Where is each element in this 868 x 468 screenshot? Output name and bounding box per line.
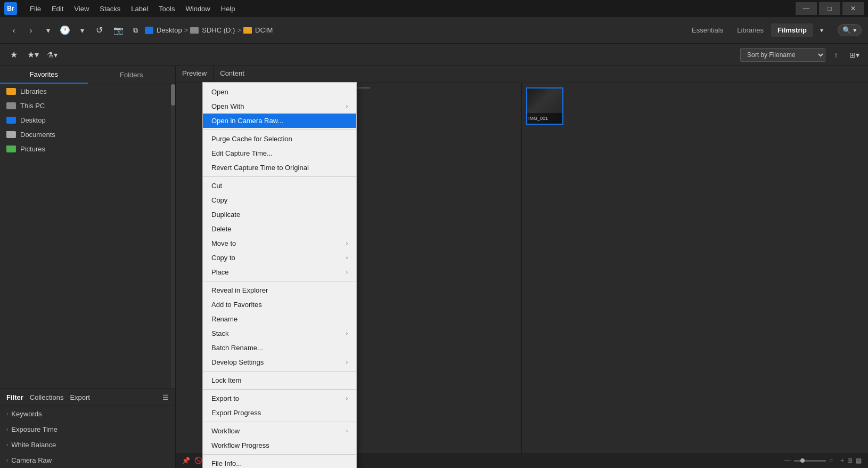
tab-filmstrip[interactable]: Filmstrip bbox=[771, 23, 813, 37]
breadcrumb-sdhc[interactable]: SDHC (D:) bbox=[202, 26, 235, 34]
sidebar-label-libraries: Libraries bbox=[20, 87, 47, 95]
ctx-workflow[interactable]: Workflow › bbox=[203, 424, 356, 438]
ctx-move-to[interactable]: Move to › bbox=[203, 236, 356, 251]
breadcrumb-desktop[interactable]: Desktop bbox=[157, 26, 182, 34]
menu-tools[interactable]: Tools bbox=[154, 3, 179, 15]
ctx-add-favorites[interactable]: Add to Favorites bbox=[203, 297, 356, 312]
camera-button[interactable]: 📷 bbox=[111, 23, 126, 38]
menu-edit[interactable]: Edit bbox=[47, 3, 68, 15]
sidebar-item-pictures[interactable]: Pictures bbox=[0, 142, 171, 156]
ctx-purge-cache[interactable]: Purge Cache for Selection bbox=[203, 132, 356, 146]
filter-item-exposure[interactable]: › Exposure Time bbox=[0, 422, 175, 437]
minimize-button[interactable]: — bbox=[796, 2, 817, 15]
ctx-add-favorites-label: Add to Favorites bbox=[211, 301, 262, 309]
titlebar-menu: File Edit View Stacks Label Tools Window… bbox=[26, 3, 240, 15]
ctx-file-info-label: File Info... bbox=[211, 459, 242, 467]
ctx-sep-2 bbox=[203, 176, 356, 177]
this-pc-icon bbox=[6, 102, 16, 109]
filter-tab-collections[interactable]: Collections bbox=[30, 393, 64, 401]
sidebar-scrollbar[interactable] bbox=[171, 84, 175, 389]
filter-menu-icon[interactable]: ☰ bbox=[162, 393, 169, 401]
ctx-reveal-explorer[interactable]: Reveal in Explorer bbox=[203, 283, 356, 297]
titlebar: Br File Edit View Stacks Label Tools Win… bbox=[0, 0, 868, 17]
view-options-button[interactable]: ⊞▾ bbox=[847, 47, 862, 62]
maximize-button[interactable]: □ bbox=[819, 2, 840, 15]
filter-item-keywords[interactable]: › Keywords bbox=[0, 406, 175, 422]
forward-button[interactable]: › bbox=[23, 23, 38, 38]
ctx-open-label: Open bbox=[211, 88, 228, 96]
back-button[interactable]: ‹ bbox=[6, 23, 21, 38]
menu-file[interactable]: File bbox=[26, 3, 45, 15]
sidebar-tab-folders[interactable]: Folders bbox=[88, 66, 176, 84]
filter-tab-filter[interactable]: Filter bbox=[6, 393, 23, 401]
ctx-open-with[interactable]: Open With › bbox=[203, 99, 356, 114]
ctx-export-progress[interactable]: Export Progress bbox=[203, 406, 356, 420]
filter-item-camera-raw[interactable]: › Camera Raw bbox=[0, 453, 175, 468]
ctx-place[interactable]: Place › bbox=[203, 265, 356, 279]
ctx-sep-6 bbox=[203, 422, 356, 422]
ctx-copy[interactable]: Copy bbox=[203, 193, 356, 207]
back-arrow-button[interactable]: ↺ bbox=[92, 23, 107, 38]
breadcrumb-sep-1: > bbox=[184, 26, 189, 34]
search-dropdown[interactable]: ▾ bbox=[853, 26, 857, 34]
sidebar-item-desktop[interactable]: Desktop bbox=[0, 113, 171, 127]
desktop-icon bbox=[6, 117, 16, 124]
sidebar-item-documents[interactable]: Documents bbox=[0, 127, 171, 142]
context-menu: Open Open With › Open in Camera Raw... P… bbox=[202, 82, 357, 468]
ctx-workflow-progress[interactable]: Workflow Progress bbox=[203, 438, 356, 453]
close-button[interactable]: ✕ bbox=[842, 2, 864, 15]
breadcrumb: 📷 ⧉ Desktop > SDHC (D:) > DCIM bbox=[111, 23, 273, 38]
ctx-reveal-explorer-label: Reveal in Explorer bbox=[211, 286, 268, 294]
menu-view[interactable]: View bbox=[70, 3, 93, 15]
ctx-rename[interactable]: Rename bbox=[203, 312, 356, 326]
ctx-copy-to[interactable]: Copy to › bbox=[203, 251, 356, 265]
ctx-develop-settings[interactable]: Develop Settings › bbox=[203, 355, 356, 369]
ctx-export-progress-label: Export Progress bbox=[211, 409, 261, 417]
sidebar-tab-favorites[interactable]: Favorites bbox=[0, 66, 88, 84]
tab-essentials[interactable]: Essentials bbox=[685, 23, 730, 37]
breadcrumb-dcim[interactable]: DCIM bbox=[255, 26, 273, 34]
filter-star2-btn[interactable]: ★▾ bbox=[26, 47, 40, 62]
ctx-duplicate-label: Duplicate bbox=[211, 211, 240, 219]
menu-stacks[interactable]: Stacks bbox=[95, 3, 125, 15]
ctx-open-with-arrow: › bbox=[346, 103, 348, 109]
ctx-open-camera-raw[interactable]: Open in Camera Raw... bbox=[203, 114, 356, 128]
sort-direction-button[interactable]: ↑ bbox=[829, 47, 844, 62]
sort-select[interactable]: Sort by Filename Sort by Date Created So… bbox=[740, 48, 825, 62]
menu-window[interactable]: Window bbox=[182, 3, 215, 15]
filter-funnel-btn[interactable]: ⚗▾ bbox=[45, 47, 60, 62]
menu-help[interactable]: Help bbox=[217, 3, 240, 15]
ctx-purge-cache-label: Purge Cache for Selection bbox=[211, 135, 292, 143]
main-layout: Favorites Folders Libraries This PC Desk… bbox=[0, 66, 868, 468]
exposure-chevron: › bbox=[6, 426, 8, 432]
menu-label[interactable]: Label bbox=[127, 3, 152, 15]
ctx-stack[interactable]: Stack › bbox=[203, 326, 356, 341]
nav-dropdown-button[interactable]: ▾ bbox=[40, 23, 55, 38]
workspace-dropdown-button[interactable]: ▾ bbox=[814, 23, 829, 38]
filter-star-btn[interactable]: ★ bbox=[6, 47, 21, 62]
ctx-export-to[interactable]: Export to › bbox=[203, 391, 356, 406]
sidebar-label-pictures: Pictures bbox=[20, 145, 45, 153]
ctx-cut[interactable]: Cut bbox=[203, 179, 356, 193]
ctx-batch-rename[interactable]: Batch Rename... bbox=[203, 341, 356, 355]
history-dropdown-button[interactable]: ▾ bbox=[75, 23, 89, 38]
copy-location-button[interactable]: ⧉ bbox=[128, 23, 143, 38]
filter-tab-export[interactable]: Export bbox=[70, 393, 90, 401]
ctx-duplicate[interactable]: Duplicate bbox=[203, 207, 356, 222]
ctx-file-info[interactable]: File Info... bbox=[203, 456, 356, 468]
filter-label-camera-raw: Camera Raw bbox=[11, 456, 52, 464]
filter-item-white-balance[interactable]: › White Balance bbox=[0, 437, 175, 453]
ctx-copy-to-label: Copy to bbox=[211, 254, 235, 262]
ctx-open[interactable]: Open bbox=[203, 85, 356, 99]
ctx-revert-capture-time[interactable]: Revert Capture Time to Original bbox=[203, 160, 356, 175]
ctx-lock-item[interactable]: Lock Item bbox=[203, 373, 356, 388]
ctx-edit-capture-time[interactable]: Edit Capture Time... bbox=[203, 146, 356, 160]
tab-libraries[interactable]: Libraries bbox=[731, 23, 770, 37]
sidebar-item-this-pc[interactable]: This PC bbox=[0, 99, 171, 113]
history-button[interactable]: 🕐 bbox=[58, 23, 72, 38]
ctx-delete[interactable]: Delete bbox=[203, 222, 356, 236]
sidebar-item-libraries[interactable]: Libraries bbox=[0, 84, 171, 99]
ctx-workflow-label: Workflow bbox=[211, 427, 240, 435]
ctx-workflow-progress-label: Workflow Progress bbox=[211, 441, 269, 449]
documents-icon bbox=[6, 131, 16, 138]
